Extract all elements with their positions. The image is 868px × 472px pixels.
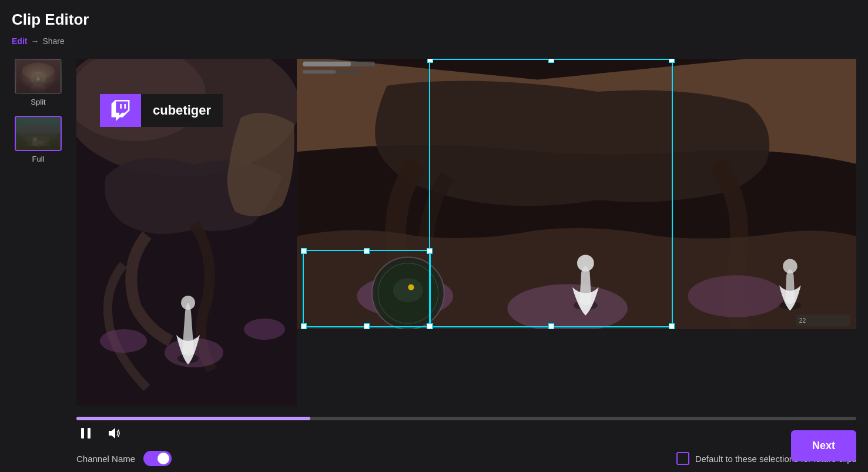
default-checkbox[interactable] <box>676 452 689 465</box>
svg-rect-8 <box>16 117 61 133</box>
svg-point-17 <box>100 329 147 353</box>
svg-point-11 <box>32 140 45 146</box>
next-button[interactable]: Next <box>791 430 856 461</box>
options-bar: Channel Name Default to these selections… <box>76 451 856 466</box>
video-left-panel: cubetiger <box>76 59 297 406</box>
svg-marker-4 <box>37 78 41 81</box>
twitch-icon <box>110 100 131 121</box>
volume-icon <box>108 427 120 440</box>
svg-rect-33 <box>303 70 336 73</box>
toggle-knob <box>157 453 169 464</box>
split-thumbnail <box>15 59 62 94</box>
svg-rect-7 <box>16 117 61 150</box>
game-scene-left: cubetiger <box>76 59 297 406</box>
svg-rect-10 <box>27 136 49 146</box>
breadcrumb-share: Share <box>42 36 64 46</box>
svg-rect-12 <box>33 138 37 145</box>
svg-rect-44 <box>679 454 687 463</box>
channel-name-label: Channel Name <box>76 454 135 464</box>
game-scene-right: 22 <box>297 59 856 329</box>
channel-name-toggle[interactable] <box>143 451 172 466</box>
svg-text:22: 22 <box>799 317 806 324</box>
breadcrumb-edit[interactable]: Edit <box>12 36 27 46</box>
checkbox-icon <box>679 454 687 463</box>
svg-rect-42 <box>88 428 91 438</box>
page-title: Clip Editor <box>12 11 89 29</box>
svg-rect-41 <box>81 428 84 438</box>
pause-icon <box>79 427 92 440</box>
progress-bar-fill <box>76 417 310 420</box>
breadcrumb: Edit → Share <box>12 36 65 46</box>
split-label: Split <box>31 98 45 106</box>
svg-point-2 <box>32 72 45 85</box>
pause-button[interactable] <box>76 424 95 443</box>
progress-bar-container[interactable] <box>76 417 856 420</box>
svg-rect-31 <box>303 62 351 66</box>
twitch-username: cubetiger <box>153 103 211 118</box>
svg-point-19 <box>244 319 285 340</box>
svg-rect-0 <box>16 60 61 93</box>
sidebar-item-full[interactable]: Full <box>15 116 62 163</box>
twitch-overlay: cubetiger <box>100 94 223 127</box>
svg-rect-5 <box>16 82 61 93</box>
svg-point-1 <box>22 63 55 79</box>
sidebar-item-split[interactable]: Split <box>15 59 62 106</box>
svg-rect-13 <box>33 141 44 145</box>
twitch-logo-box <box>100 94 141 127</box>
full-thumbnail <box>15 116 62 151</box>
svg-marker-43 <box>109 428 115 438</box>
svg-point-27 <box>577 255 594 272</box>
svg-point-37 <box>393 278 423 302</box>
video-right-panel: 22 <box>297 59 856 329</box>
twitch-name-box: cubetiger <box>141 94 223 127</box>
svg-point-38 <box>408 284 414 290</box>
svg-point-9 <box>19 123 57 143</box>
sidebar: Split Full <box>6 59 71 163</box>
full-label: Full <box>32 155 45 163</box>
svg-point-25 <box>688 275 784 317</box>
volume-button[interactable] <box>105 424 123 443</box>
svg-point-3 <box>34 75 43 83</box>
controls-bar <box>76 424 856 443</box>
channel-name-section: Channel Name <box>76 451 172 466</box>
svg-point-29 <box>783 259 797 274</box>
breadcrumb-arrow: → <box>31 36 39 46</box>
svg-point-21 <box>181 296 195 310</box>
preview-area: cubetiger <box>76 59 856 413</box>
svg-point-6 <box>30 84 46 93</box>
